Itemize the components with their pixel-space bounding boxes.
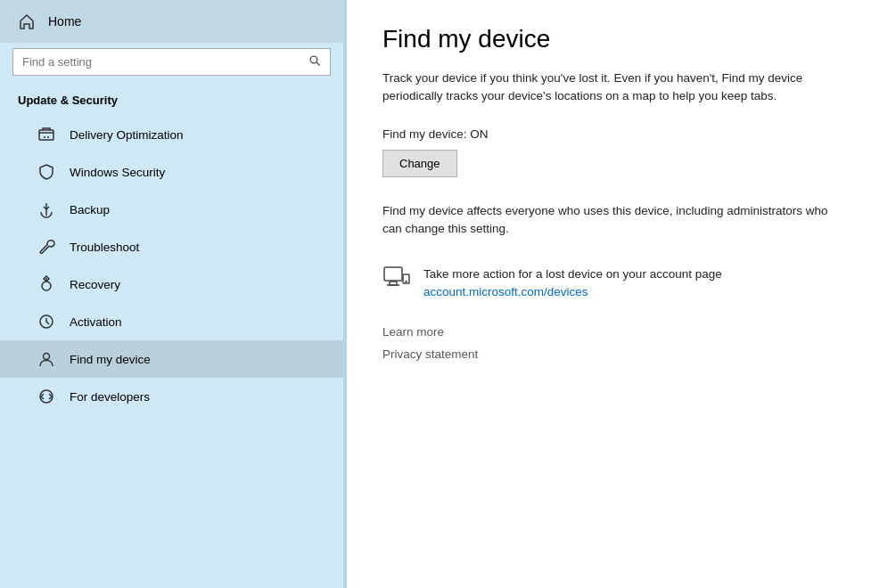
footer-links: Learn more Privacy statement [382,325,835,361]
sidebar-item-find-my-device[interactable]: Find my device [0,340,343,378]
home-icon [18,12,36,30]
sidebar-item-delivery-optimization[interactable]: Delivery Optimization [0,116,343,153]
shield-icon [37,163,55,181]
recovery-icon [37,275,55,293]
device-action-content: Take more action for a lost device on yo… [423,265,722,298]
activation-icon [37,313,55,331]
search-box[interactable] [12,48,331,76]
sidebar-label: Find my device [70,353,151,366]
backup-icon [37,200,55,218]
svg-rect-8 [384,267,402,281]
status-row: Find my device: ON [382,127,835,141]
home-label: Home [48,14,81,29]
sidebar-item-for-developers[interactable]: For developers [0,378,343,415]
svg-point-7 [40,390,53,403]
description-text: Track your device if you think you've lo… [382,69,835,106]
wrench-icon [37,238,55,256]
sidebar-item-home[interactable]: Home [0,0,343,43]
privacy-statement-link[interactable]: Privacy statement [382,347,835,361]
learn-more-link[interactable]: Learn more [382,325,835,339]
device-action-row: Take more action for a lost device on yo… [382,265,835,298]
search-icon [308,54,321,69]
sidebar-item-recovery[interactable]: Recovery [0,265,343,303]
svg-point-6 [44,354,50,360]
svg-rect-2 [39,130,53,140]
developer-icon [37,388,55,405]
action-link[interactable]: account.microsoft.com/devices [423,285,722,298]
sidebar-label: Windows Security [70,166,165,179]
delivery-icon [37,126,55,143]
page-title: Find my device [382,25,835,53]
svg-line-1 [316,62,320,66]
sidebar-item-troubleshoot[interactable]: Troubleshoot [0,228,343,265]
sidebar-item-windows-security[interactable]: Windows Security [0,153,343,191]
sidebar-item-activation[interactable]: Activation [0,303,343,340]
svg-point-0 [310,56,317,63]
sidebar-label: Activation [70,315,122,329]
sidebar-label: Recovery [70,278,120,291]
sidebar-label: Troubleshoot [70,241,139,254]
svg-point-4 [42,282,51,290]
sidebar-label: For developers [70,390,150,404]
action-label: Take more action for a lost device on yo… [423,265,722,285]
sidebar-item-backup[interactable]: Backup [0,191,343,228]
sidebar-label: Backup [70,203,110,216]
affect-text: Find my device affects everyone who uses… [382,202,835,239]
device-icon [382,266,411,296]
change-button[interactable]: Change [382,150,457,177]
main-content: Find my device Track your device if you … [347,0,871,588]
search-input[interactable] [22,55,301,69]
section-label: Update & Security [0,88,343,116]
sidebar-label: Delivery Optimization [70,128,184,142]
person-icon [37,350,55,368]
sidebar: Home Update & Security Delivery Optimiza… [0,0,343,588]
